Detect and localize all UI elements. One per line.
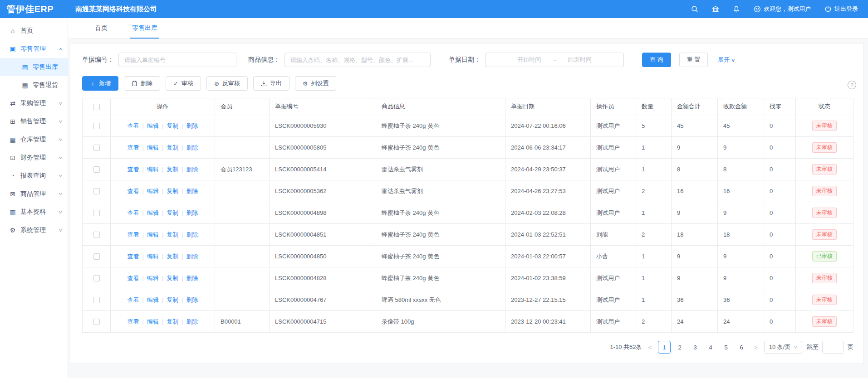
action-link-删除[interactable]: 删除 (186, 122, 198, 129)
action-link-编辑[interactable]: 编辑 (147, 209, 159, 216)
sidebar-item-报表查询[interactable]: ◔ 报表查询 ∨ (0, 167, 68, 185)
cell-qty: 5 (636, 115, 672, 137)
page-number-4[interactable]: 4 (704, 341, 717, 354)
document-icon: ▤ (21, 63, 29, 71)
action-link-复制[interactable]: 复制 (167, 209, 178, 216)
sidebar-item-商品管理[interactable]: ⊠ 商品管理 ∨ (0, 185, 68, 203)
select-all-checkbox[interactable] (93, 104, 100, 110)
action-link-编辑[interactable]: 编辑 (147, 166, 159, 173)
sidebar-item-零售管理[interactable]: ▣ 零售管理 ∧ (0, 40, 68, 58)
bell-icon[interactable] (733, 5, 740, 13)
row-checkbox[interactable] (93, 123, 100, 129)
row-checkbox[interactable] (93, 210, 100, 216)
action-link-复制[interactable]: 复制 (167, 318, 178, 325)
cell-date: 2023-12-27 22:15:15 (505, 289, 591, 311)
action-link-复制[interactable]: 复制 (167, 275, 178, 281)
delete-button[interactable]: 删除 (124, 76, 160, 91)
sidebar-item-零售出库[interactable]: ▤ 零售出库 (0, 58, 68, 76)
export-button[interactable]: 导出 (253, 76, 289, 91)
audit-button[interactable]: ✓ 审核 (166, 76, 201, 91)
action-link-复制[interactable]: 复制 (167, 166, 178, 173)
row-checkbox[interactable] (93, 253, 100, 260)
table-toolbar: ＋ 新增 删除 ✓ 审核 ⊘ 反审核 (82, 76, 853, 91)
row-checkbox[interactable] (93, 297, 100, 303)
action-link-复制[interactable]: 复制 (167, 144, 178, 151)
action-link-删除[interactable]: 删除 (186, 231, 198, 238)
column-settings-button[interactable]: ⚙ 列设置 (295, 76, 337, 91)
row-checkbox[interactable] (93, 166, 100, 173)
bank-icon[interactable] (712, 5, 719, 13)
action-link-查看[interactable]: 查看 (127, 275, 139, 281)
prev-page-arrow[interactable]: < (647, 344, 654, 351)
action-link-删除[interactable]: 删除 (186, 275, 198, 281)
tab-首页[interactable]: 首页 (93, 18, 109, 39)
search-button[interactable]: 查 询 (642, 53, 671, 67)
action-link-删除[interactable]: 删除 (186, 144, 198, 151)
action-link-查看[interactable]: 查看 (127, 166, 139, 173)
bill-no-input[interactable] (118, 53, 236, 67)
sidebar-item-零售退货[interactable]: ▤ 零售退货 (0, 76, 68, 94)
action-link-删除[interactable]: 删除 (186, 188, 198, 194)
action-link-查看[interactable]: 查看 (127, 188, 139, 194)
action-link-复制[interactable]: 复制 (167, 188, 178, 194)
row-checkbox[interactable] (93, 188, 100, 194)
action-link-编辑[interactable]: 编辑 (147, 144, 159, 151)
action-link-删除[interactable]: 删除 (186, 209, 198, 216)
unaudit-button[interactable]: ⊘ 反审核 (206, 76, 248, 91)
tab-零售出库[interactable]: 零售出库 (130, 18, 159, 39)
action-link-编辑[interactable]: 编辑 (147, 188, 159, 194)
sidebar-item-基本资料[interactable]: ▥ 基本资料 ∨ (0, 203, 68, 221)
action-link-查看[interactable]: 查看 (127, 231, 139, 238)
sidebar-item-仓库管理[interactable]: ▦ 仓库管理 ∨ (0, 131, 68, 149)
action-link-查看[interactable]: 查看 (127, 122, 139, 129)
action-link-编辑[interactable]: 编辑 (147, 275, 159, 281)
action-link-查看[interactable]: 查看 (127, 209, 139, 216)
page-number-3[interactable]: 3 (689, 341, 701, 354)
sidebar-item-采购管理[interactable]: ⇄ 采购管理 ∨ (0, 94, 68, 112)
page-number-2[interactable]: 2 (673, 341, 686, 354)
jump-page-input[interactable] (822, 341, 844, 354)
link-separator: | (142, 318, 143, 325)
action-link-编辑[interactable]: 编辑 (147, 231, 159, 238)
action-link-编辑[interactable]: 编辑 (147, 122, 159, 129)
action-link-编辑[interactable]: 编辑 (147, 318, 159, 325)
row-checkbox[interactable] (93, 319, 100, 325)
date-range-picker[interactable]: 开始时间 ~ 结束时间 (485, 53, 624, 67)
action-link-复制[interactable]: 复制 (167, 296, 178, 303)
row-checkbox[interactable] (93, 275, 100, 281)
action-link-删除[interactable]: 删除 (186, 318, 198, 325)
action-link-复制[interactable]: 复制 (167, 253, 178, 260)
action-link-删除[interactable]: 删除 (186, 166, 198, 173)
add-button[interactable]: ＋ 新增 (82, 76, 118, 91)
cell-member (215, 224, 270, 246)
expand-link[interactable]: 展开 ∨ (718, 56, 735, 64)
action-link-查看[interactable]: 查看 (127, 253, 139, 260)
page-size-select[interactable]: 10 条/页 ∨ (764, 341, 802, 354)
product-info-input[interactable] (284, 53, 431, 67)
page-number-1[interactable]: 1 (658, 341, 671, 354)
action-link-删除[interactable]: 删除 (186, 296, 198, 303)
action-link-编辑[interactable]: 编辑 (147, 296, 159, 303)
next-page-arrow[interactable]: > (752, 344, 760, 351)
action-link-查看[interactable]: 查看 (127, 296, 139, 303)
action-link-编辑[interactable]: 编辑 (147, 253, 159, 260)
action-link-查看[interactable]: 查看 (127, 318, 139, 325)
logout-button[interactable]: 退出登录 (824, 5, 858, 13)
help-icon[interactable]: ? (848, 81, 856, 89)
page-number-6[interactable]: 6 (735, 341, 748, 354)
sidebar-item-销售管理[interactable]: ⊞ 销售管理 ∨ (0, 112, 68, 131)
action-link-复制[interactable]: 复制 (167, 231, 178, 238)
action-link-删除[interactable]: 删除 (186, 253, 198, 260)
sidebar-item-首页[interactable]: ⌂ 首页 (0, 22, 68, 40)
page-number-5[interactable]: 5 (720, 341, 732, 354)
user-welcome[interactable]: 欢迎您，测试用户 (754, 5, 811, 13)
search-icon[interactable] (691, 5, 698, 13)
action-link-复制[interactable]: 复制 (167, 122, 178, 129)
row-checkbox[interactable] (93, 145, 100, 151)
cell-amount: 9 (672, 202, 718, 224)
sidebar-item-财务管理[interactable]: ⊡ 财务管理 ∨ (0, 149, 68, 167)
action-link-查看[interactable]: 查看 (127, 144, 139, 151)
reset-button[interactable]: 重 置 (679, 53, 708, 67)
sidebar-item-系统管理[interactable]: ⚙ 系统管理 ∨ (0, 221, 68, 239)
row-checkbox[interactable] (93, 232, 100, 238)
